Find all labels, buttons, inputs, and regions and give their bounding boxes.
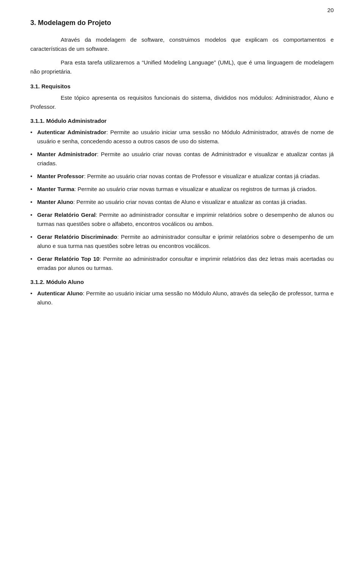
bullet-text-4: : Permite ao usuário criar novas contas … — [73, 199, 307, 205]
bullet-label-3: Manter Turma — [37, 186, 74, 192]
bullet-label-1: Manter Administrador — [37, 151, 97, 157]
bullet-item-5: Gerar Relatório Geral: Permite ao admini… — [30, 210, 334, 229]
page-container: 20 3. Modelagem do Projeto Através da mo… — [0, 0, 364, 588]
bullet-list-312: Autenticar Aluno: Permite ao usuário ini… — [30, 289, 334, 307]
bullet-item-1: Manter Administrador: Permite ao usuário… — [30, 150, 334, 168]
bullet-label-5: Gerar Relatório Geral — [37, 212, 96, 218]
bullet-item-aluno-0: Autenticar Aluno: Permite ao usuário ini… — [30, 289, 334, 307]
bullet-text-2: : Permite ao usuário criar novas contas … — [84, 173, 320, 179]
bullet-item-3: Manter Turma: Permite ao usuário criar n… — [30, 185, 334, 194]
subsection-31-intro: Este tópico apresenta os requisitos func… — [30, 93, 334, 111]
bullet-label-aluno-0: Autenticar Aluno — [37, 290, 83, 296]
bullet-label-2: Manter Professor — [37, 173, 84, 179]
bullet-item-2: Manter Professor: Permite ao usuário cri… — [30, 172, 334, 181]
bullet-label-7: Gerar Relatório Top 10 — [37, 256, 99, 262]
bullet-item-6: Gerar Relatório Discriminado: Permite ao… — [30, 232, 334, 251]
bullet-label-0: Autenticar Administrador — [37, 129, 106, 135]
intro-paragraph-2: Para esta tarefa utilizaremos a “Unified… — [30, 58, 334, 76]
bullet-item-0: Autenticar Administrador: Permite ao usu… — [30, 128, 334, 146]
page-number: 20 — [327, 7, 334, 13]
bullet-item-7: Gerar Relatório Top 10: Permite ao admin… — [30, 254, 334, 273]
intro-paragraph-1: Através da modelagem de software, constr… — [30, 35, 334, 53]
bullet-list-311: Autenticar Administrador: Permite ao usu… — [30, 128, 334, 273]
subsection-311-title: 3.1.1. Módulo Administrador — [30, 118, 334, 124]
bullet-text-3: : Permite ao usuário criar novas turmas … — [74, 186, 317, 192]
bullet-item-4: Manter Aluno: Permite ao usuário criar n… — [30, 198, 334, 207]
section-title: 3. Modelagem do Projeto — [30, 19, 334, 27]
subsection-31-title: 3.1. Requisitos — [30, 83, 334, 89]
bullet-label-6: Gerar Relatório Discriminado — [37, 234, 117, 240]
subsection-312-title: 3.1.2. Módulo Aluno — [30, 279, 334, 285]
bullet-label-4: Manter Aluno — [37, 199, 73, 205]
